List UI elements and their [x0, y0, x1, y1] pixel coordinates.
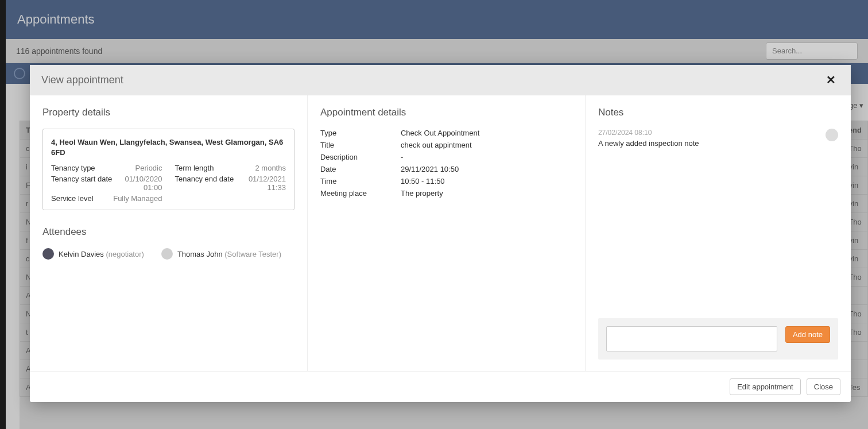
avatar: [161, 248, 173, 260]
detail-key: Date: [320, 165, 401, 173]
app-shell: Appointments 116 appointments found page…: [6, 0, 868, 429]
term-length-label: Term length: [175, 164, 214, 172]
detail-row: Date29/11/2021 10:50: [320, 165, 572, 173]
tenancy-start-value: 01/10/2020 01:00: [125, 175, 162, 192]
close-button[interactable]: Close: [807, 378, 840, 395]
avatar: [42, 248, 54, 260]
detail-key: Time: [320, 177, 401, 185]
attendees-list: Kelvin Davies (negotiator)Thomas John (S…: [42, 248, 294, 260]
note-text: A newly added inspection note: [598, 139, 838, 148]
detail-row: Time10:50 - 11:50: [320, 177, 572, 185]
detail-key: Description: [320, 153, 401, 161]
notes-list: 27/02/2024 08:10A newly added inspection…: [598, 129, 838, 154]
detail-row: Titlecheck out appintment: [320, 141, 572, 149]
attendee-name: Kelvin Davies: [59, 250, 104, 258]
view-appointment-modal: View appointment ✕ Property details 4, H…: [30, 65, 851, 402]
note-item: 27/02/2024 08:10A newly added inspection…: [598, 129, 838, 148]
attendee: Kelvin Davies (negotiator): [42, 248, 144, 260]
detail-key: Meeting place: [320, 189, 401, 198]
term-length-value: 2 months: [255, 164, 285, 172]
property-card: 4, Heol Waun Wen, Llangyfelach, Swansea,…: [42, 129, 294, 210]
modal-footer: Edit appointment Close: [30, 371, 851, 402]
detail-value: check out appintment: [401, 141, 472, 149]
detail-row: Description-: [320, 153, 572, 161]
service-level-label: Service level: [51, 194, 94, 203]
service-level-value: Fully Managed: [113, 194, 162, 203]
tenancy-type-value: Periodic: [135, 164, 162, 172]
attendee-role: (negotiator): [106, 250, 144, 258]
detail-row: Meeting placeThe property: [320, 189, 572, 198]
tenancy-type-label: Tenancy type: [51, 164, 95, 172]
tenancy-end-value: 01/12/2021 11:33: [249, 175, 286, 192]
detail-key: Title: [320, 141, 401, 149]
detail-key: Type: [320, 129, 401, 137]
tenancy-end-label: Tenancy end date: [175, 175, 234, 183]
property-address: 4, Heol Waun Wen, Llangyfelach, Swansea,…: [51, 137, 286, 158]
detail-value: 29/11/2021 10:50: [401, 165, 459, 173]
avatar: [826, 129, 838, 141]
detail-value: The property: [401, 189, 443, 198]
notes-input-row: Add note: [598, 318, 838, 360]
appointment-details-heading: Appointment details: [320, 107, 572, 118]
detail-row: TypeCheck Out Appointment: [320, 129, 572, 137]
close-icon[interactable]: ✕: [823, 72, 839, 88]
detail-value: 10:50 - 11:50: [401, 177, 445, 185]
notes-heading: Notes: [598, 107, 838, 118]
attendees-heading: Attendees: [42, 226, 294, 238]
attendee-name: Thomas John: [177, 250, 223, 258]
note-timestamp: 27/02/2024 08:10: [598, 129, 838, 137]
note-input[interactable]: [606, 326, 777, 351]
modal-title: View appointment: [41, 74, 123, 86]
appointment-detail-rows: TypeCheck Out AppointmentTitlecheck out …: [320, 129, 572, 198]
attendee-role: (Software Tester): [224, 250, 281, 258]
attendee: Thomas John (Software Tester): [161, 248, 281, 260]
property-details-heading: Property details: [42, 107, 294, 118]
detail-value: Check Out Appointment: [401, 129, 479, 137]
detail-value: -: [401, 153, 403, 161]
edit-appointment-button[interactable]: Edit appointment: [730, 378, 801, 395]
add-note-button[interactable]: Add note: [785, 326, 830, 343]
tenancy-start-label: Tenancy start date: [51, 175, 112, 183]
modal-header: View appointment ✕: [30, 65, 851, 95]
